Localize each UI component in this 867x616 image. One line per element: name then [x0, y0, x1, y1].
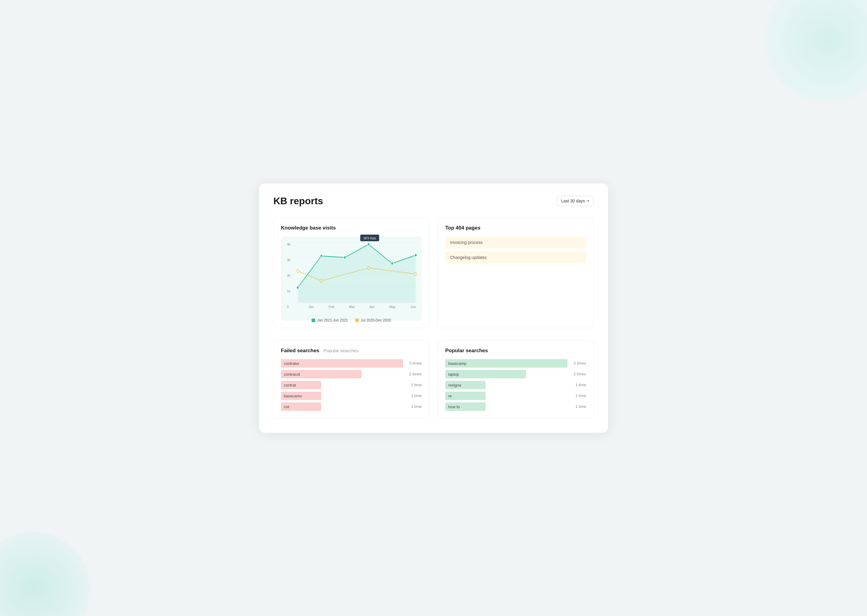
failed-search-bar-0: contrator	[281, 359, 403, 368]
x-label-jun: Jun	[410, 305, 416, 309]
failed-count-1: 2 times	[407, 372, 422, 376]
failed-term-2: contrat	[284, 383, 296, 387]
failed-search-row-2: contrat 1 time	[281, 381, 422, 389]
legend-dot-previous	[355, 319, 359, 322]
popular-term-4: how to	[448, 404, 460, 409]
popular-count-1: 2 times	[571, 372, 586, 376]
x-label-may: May	[389, 305, 396, 309]
main-card: KB reports Last 30 days ▾ Knowledge base…	[259, 184, 608, 433]
y-label-2k: 2k	[287, 274, 296, 277]
failed-search-bar-1: contracot	[281, 370, 403, 379]
popular-searches-tab-link[interactable]: Popular searches	[324, 348, 359, 353]
svg-point-14	[391, 262, 394, 265]
popular-searches-title: Popular searches	[445, 348, 586, 354]
popular-search-bar-3: re	[445, 391, 567, 400]
page-item-label-1: Changelog updates	[450, 255, 487, 260]
svg-point-5	[296, 269, 299, 272]
svg-point-13	[367, 243, 370, 246]
svg-point-11	[320, 255, 322, 258]
failed-count-2: 1 time	[407, 383, 422, 387]
x-label-mar: Mar	[349, 305, 355, 309]
legend-item-current: Jan 2021-Jun 2021	[312, 318, 348, 322]
svg-point-12	[344, 256, 346, 259]
popular-search-row-2: resigna 1 time	[445, 381, 586, 389]
failed-term-4: cot	[284, 404, 289, 409]
failed-search-bar-4: cot	[281, 402, 403, 411]
popular-search-bar-4: how to	[445, 402, 567, 411]
popular-term-2: resigna	[448, 383, 461, 387]
date-filter-label: Last 30 days	[561, 198, 585, 203]
failed-term-0: contrator	[284, 361, 299, 365]
y-label-3k: 3k	[287, 258, 296, 262]
popular-search-row-0: basecamp 3 times	[445, 359, 586, 368]
bottom-grid: Failed searches Popular searches contrat…	[273, 340, 594, 418]
x-label-jan: Jan	[309, 305, 314, 309]
chart-container: 4k 3k 2k 1k 0	[281, 236, 422, 321]
legend-label-previous: Jul 2020-Dec 2020	[361, 318, 391, 322]
failed-searches-header: Failed searches Popular searches	[281, 348, 422, 354]
failed-count-3: 1 time	[407, 393, 422, 398]
failed-search-row-3: basecamo 1 time	[281, 391, 422, 400]
kb-visits-title: Knowledge base visits	[281, 225, 422, 231]
failed-search-row-1: contracot 2 times	[281, 370, 422, 379]
failed-searches-list: contrator 3 times contracot 2 times cont…	[281, 359, 422, 411]
failed-term-1: contracot	[284, 372, 300, 376]
popular-count-4: 1 time	[571, 404, 586, 409]
legend-label-current: Jan 2021-Jun 2021	[317, 318, 348, 322]
page-item-label-0: Invoicing process	[450, 240, 482, 245]
bg-decoration-bottom-left	[0, 532, 90, 616]
bg-decoration-top-right	[765, 0, 867, 102]
popular-searches-list: basecamp 3 times laptop 2 times resigna	[445, 359, 586, 411]
popular-term-0: basecamp	[448, 361, 466, 365]
svg-point-10	[296, 286, 299, 289]
legend-item-previous: Jul 2020-Dec 2020	[355, 318, 391, 322]
popular-search-bar-0: basecamp	[445, 359, 567, 368]
failed-count-0: 3 times	[407, 361, 422, 365]
popular-term-3: re	[448, 393, 452, 398]
failed-search-row-4: cot 1 time	[281, 402, 422, 411]
kb-visits-panel: Knowledge base visits 4k 3k 2k 1k 0	[273, 217, 429, 328]
page-item-0: Invoicing process	[445, 236, 586, 248]
svg-point-15	[415, 253, 417, 256]
page-item-1: Changelog updates	[445, 251, 586, 264]
svg-marker-9	[298, 244, 416, 303]
y-label-1k: 1k	[287, 289, 296, 293]
chart-area: 4k 3k 2k 1k 0	[287, 242, 416, 309]
top-404-panel: Top 404 pages Invoicing process Changelo…	[438, 217, 594, 328]
popular-search-bar-1: laptop	[445, 370, 567, 379]
svg-text:3874 Visits: 3874 Visits	[363, 236, 376, 240]
failed-searches-tab[interactable]: Failed searches	[281, 348, 319, 354]
top-grid: Knowledge base visits 4k 3k 2k 1k 0	[273, 217, 594, 328]
chart-legend: Jan 2021-Jun 2021 Jul 2020-Dec 2020	[287, 318, 416, 322]
failed-count-4: 1 time	[407, 404, 422, 409]
top-404-title: Top 404 pages	[445, 225, 586, 231]
chart-y-labels: 4k 3k 2k 1k 0	[287, 242, 296, 309]
y-label-0: 0	[287, 305, 296, 309]
popular-search-bar-2: resigna	[445, 381, 567, 389]
popular-search-row-4: how to 1 time	[445, 402, 586, 411]
popular-search-row-3: re 1 time	[445, 391, 586, 400]
popular-search-row-1: laptop 2 times	[445, 370, 586, 379]
failed-search-row-0: contrator 3 times	[281, 359, 422, 368]
pages-list: Invoicing process Changelog updates	[445, 236, 586, 264]
popular-count-0: 3 times	[571, 361, 586, 365]
popular-count-3: 1 time	[571, 393, 586, 398]
popular-count-2: 1 time	[571, 383, 586, 387]
legend-dot-current	[312, 319, 315, 322]
popular-searches-panel: Popular searches basecamp 3 times laptop…	[438, 340, 594, 418]
popular-term-1: laptop	[448, 372, 459, 376]
failed-search-bar-3: basecamo	[281, 391, 403, 400]
chart-svg: 3874 Visits Jan Feb Mar Apr May Jun	[298, 242, 416, 303]
chart-x-labels: Jan Feb Mar Apr May Jun	[309, 305, 416, 309]
x-label-apr: Apr	[369, 305, 375, 309]
x-label-feb: Feb	[329, 305, 334, 309]
chevron-down-icon: ▾	[587, 199, 589, 203]
page-header: KB reports Last 30 days ▾	[273, 195, 594, 207]
failed-search-bar-2: contrat	[281, 381, 403, 389]
page-title: KB reports	[273, 195, 323, 207]
failed-term-3: basecamo	[284, 393, 302, 398]
failed-searches-panel: Failed searches Popular searches contrat…	[273, 340, 429, 418]
y-label-4k: 4k	[287, 242, 296, 246]
date-filter-button[interactable]: Last 30 days ▾	[556, 196, 594, 206]
